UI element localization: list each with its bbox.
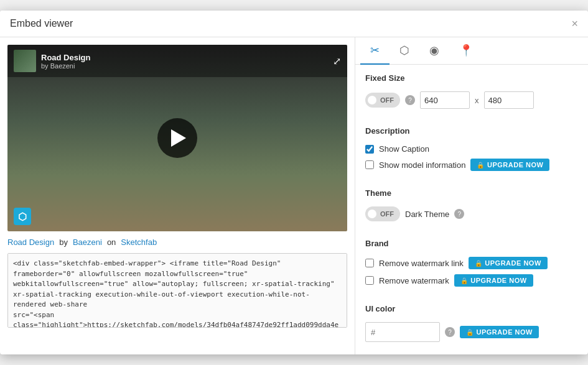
dark-theme-label: Dark Theme [405, 210, 449, 219]
show-model-info-checkbox[interactable] [365, 160, 374, 169]
remove-watermark-link-upgrade-button[interactable]: 🔒 UPGRADE NOW [469, 257, 548, 269]
sketchfab-logo-icon: ⬡ [18, 211, 27, 223]
embed-code-textarea[interactable]: <div class="sketchfab-embed-wrapper"> <i… [7, 253, 347, 328]
viewer-container: Road Design by Baezeni ⤢ ⬡ [7, 45, 347, 231]
brand-section: Brand Remove watermark link 🔒 UPGRADE NO… [365, 239, 578, 287]
theme-help-icon[interactable]: ? [454, 209, 464, 219]
lock-icon-4: 🔒 [466, 329, 474, 336]
sketchfab-logo: ⬡ [14, 208, 31, 225]
remove-watermark-label: Remove watermark [379, 276, 449, 285]
remove-watermark-checkbox[interactable] [365, 276, 374, 285]
tab-embed[interactable]: ✂ [360, 37, 390, 65]
tab-3d[interactable]: ⬡ [390, 37, 419, 65]
right-panel: ✂ ⬡ ◉ 📍 Fixed Size OFF ? [355, 37, 588, 354]
fixed-size-toggle[interactable]: OFF [365, 93, 400, 108]
ui-color-help-icon[interactable]: ? [445, 327, 455, 337]
platform-link[interactable]: Sketchfab [121, 238, 157, 247]
fixed-size-toggle-label: OFF [379, 96, 395, 104]
remove-watermark-link-row: Remove watermark link 🔒 UPGRADE NOW [365, 257, 578, 269]
fixed-size-help-icon[interactable]: ? [405, 95, 415, 105]
theme-toggle-label: OFF [379, 210, 395, 218]
height-input[interactable] [484, 91, 534, 109]
show-caption-label: Show Caption [379, 144, 429, 154]
theme-section: Theme OFF Dark Theme ? [365, 188, 578, 221]
model-link[interactable]: Road Design [7, 238, 54, 247]
model-link-row: Road Design by Baezeni on Sketchfab [7, 238, 347, 247]
toggle-knob [368, 96, 376, 104]
model-author: by Baezeni [41, 62, 90, 70]
tab-location[interactable]: 📍 [449, 37, 483, 65]
link-by: by [59, 238, 68, 247]
show-model-info-upgrade-label: UPGRADE NOW [487, 161, 543, 169]
play-button[interactable] [157, 118, 197, 158]
modal-header: Embed viewer × [0, 11, 588, 37]
ui-color-section: UI color ? 🔒 UPGRADE NOW [365, 304, 578, 342]
ui-color-upgrade-button[interactable]: 🔒 UPGRADE NOW [460, 326, 539, 338]
embed-viewer-modal: Embed viewer × Road Design by Baezeni [0, 11, 588, 354]
description-title: Description [365, 126, 578, 136]
show-model-info-row: Show model information 🔒 UPGRADE NOW [365, 159, 578, 171]
size-separator: x [475, 96, 479, 105]
ui-color-row: ? 🔒 UPGRADE NOW [365, 322, 578, 342]
width-input[interactable] [420, 91, 470, 109]
fixed-size-section: Fixed Size OFF ? x [365, 73, 578, 109]
tabs-row: ✂ ⬡ ◉ 📍 [355, 37, 588, 65]
share-button[interactable]: ⤢ [333, 55, 341, 67]
lock-icon-1: 🔒 [477, 162, 485, 169]
fixed-size-row: OFF ? x [365, 91, 578, 109]
author-link[interactable]: Baezeni [73, 238, 102, 247]
viewer-header: Road Design by Baezeni ⤢ [7, 45, 347, 77]
play-icon [171, 129, 186, 147]
left-panel: Road Design by Baezeni ⤢ ⬡ Road Design b… [0, 37, 355, 354]
show-caption-checkbox[interactable] [365, 145, 374, 154]
fixed-size-title: Fixed Size [365, 73, 578, 83]
remove-watermark-link-label: Remove watermark link [379, 259, 464, 268]
link-on: on [107, 238, 116, 247]
ui-color-upgrade-label: UPGRADE NOW [477, 328, 533, 336]
tab-vr[interactable]: ◉ [419, 37, 449, 65]
show-model-info-label: Show model information [379, 160, 465, 170]
ui-color-input[interactable] [365, 322, 440, 342]
settings-content: Fixed Size OFF ? x Descri [355, 65, 588, 354]
modal-title: Embed viewer [10, 18, 73, 29]
viewer-model-info: Road Design by Baezeni [14, 50, 90, 72]
remove-watermark-row: Remove watermark 🔒 UPGRADE NOW [365, 274, 578, 287]
ui-color-title: UI color [365, 304, 578, 313]
lock-icon-2: 🔒 [475, 260, 483, 267]
close-button[interactable]: × [571, 18, 578, 29]
modal-body: Road Design by Baezeni ⤢ ⬡ Road Design b… [0, 37, 588, 354]
description-section: Description Show Caption Show model info… [365, 126, 578, 171]
theme-row: OFF Dark Theme ? [365, 206, 578, 221]
theme-toggle-knob [368, 210, 376, 218]
show-caption-row: Show Caption [365, 144, 578, 154]
remove-watermark-link-upgrade-label: UPGRADE NOW [485, 259, 541, 267]
show-model-info-upgrade-button[interactable]: 🔒 UPGRADE NOW [470, 159, 549, 171]
theme-title: Theme [365, 188, 578, 198]
remove-watermark-link-checkbox[interactable] [365, 259, 374, 267]
model-text: Road Design by Baezeni [41, 53, 90, 70]
remove-watermark-upgrade-label: UPGRADE NOW [470, 277, 526, 284]
remove-watermark-upgrade-button[interactable]: 🔒 UPGRADE NOW [454, 274, 533, 287]
model-thumbnail [14, 50, 36, 72]
brand-title: Brand [365, 239, 578, 248]
theme-toggle[interactable]: OFF [365, 206, 400, 221]
model-title: Road Design [41, 53, 90, 62]
lock-icon-3: 🔒 [460, 277, 469, 284]
